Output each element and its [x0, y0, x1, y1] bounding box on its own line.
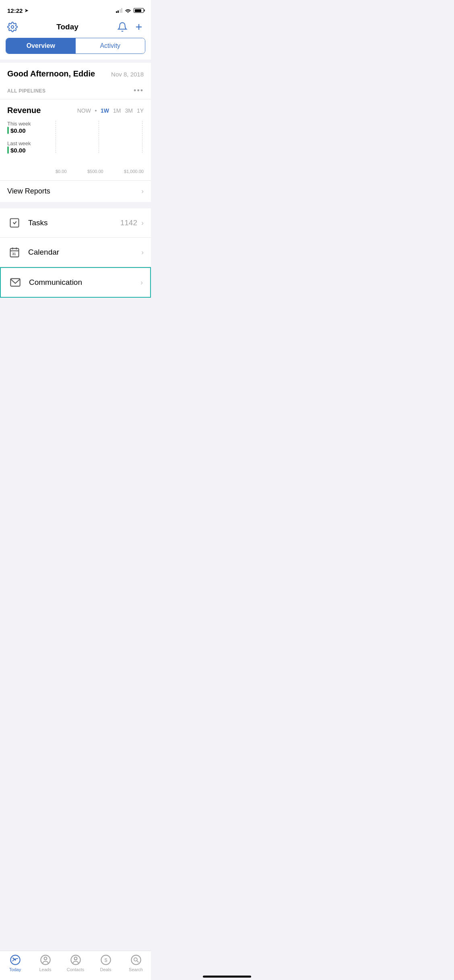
chart-legend: This week $0.00 Last week $0.00	[7, 121, 56, 159]
filter-separator	[95, 110, 97, 111]
last-week-value: $0.00	[7, 146, 56, 154]
tasks-chevron: ›	[141, 219, 144, 227]
date-text: Nov 8, 2018	[111, 71, 144, 78]
tab-overview[interactable]: Overview	[6, 38, 76, 54]
x-label-1: $500.00	[87, 169, 103, 174]
communication-item[interactable]: Communication ›	[0, 267, 151, 298]
header: Today	[0, 18, 151, 38]
section-divider-2	[0, 202, 151, 208]
communication-icon	[8, 275, 23, 290]
x-label-0: $0.00	[56, 169, 67, 174]
notifications-button[interactable]	[117, 22, 128, 32]
view-reports-chevron: ›	[141, 187, 144, 196]
gear-icon	[7, 22, 18, 32]
communication-chevron: ›	[140, 278, 143, 287]
view-reports-label: View Reports	[7, 187, 50, 196]
bottom-spacer	[0, 298, 151, 334]
communication-label: Communication	[29, 278, 82, 287]
filter-3m[interactable]: 3M	[125, 107, 132, 114]
last-week-label: Last week	[7, 140, 56, 146]
revenue-title: Revenue	[7, 106, 41, 115]
status-time: 12:22 ➤	[7, 7, 28, 14]
status-bar: 12:22 ➤	[0, 0, 151, 18]
settings-button[interactable]	[7, 22, 18, 32]
section-divider-1	[0, 60, 151, 63]
filter-1w[interactable]: 1W	[101, 107, 109, 114]
this-week-label: This week	[7, 121, 56, 127]
this-week-value: $0.00	[7, 127, 56, 134]
header-actions	[117, 22, 144, 32]
tasks-count: 1142	[120, 218, 137, 227]
tasks-item[interactable]: Tasks 1142 ›	[0, 208, 151, 238]
tabs-container: Overview Activity	[0, 38, 151, 60]
wifi-icon	[125, 8, 131, 13]
pipelines-label: ALL PIPELINES	[7, 88, 46, 94]
greeting-section: Good Afternoon, Eddie Nov 8, 2018	[0, 63, 151, 82]
calendar-label: Calendar	[28, 248, 59, 257]
signal-icon	[116, 8, 123, 13]
x-label-2: $1,000.00	[124, 169, 144, 174]
tasks-icon	[7, 216, 22, 230]
greeting-text: Good Afternoon, Eddie	[7, 69, 95, 78]
svg-text:31: 31	[12, 252, 16, 256]
svg-point-0	[11, 26, 14, 29]
filter-now[interactable]: NOW	[77, 107, 91, 114]
filter-1y[interactable]: 1Y	[137, 107, 144, 114]
battery-icon	[134, 8, 144, 13]
page-title: Today	[56, 23, 78, 31]
revenue-chart: This week $0.00 Last week $0.00	[7, 121, 144, 169]
last-week-bar-indicator	[7, 146, 9, 154]
this-week-bar-indicator	[7, 127, 9, 134]
tab-activity[interactable]: Activity	[76, 38, 145, 54]
more-options-button[interactable]: •••	[134, 86, 144, 95]
location-icon: ➤	[25, 8, 28, 13]
status-icons	[116, 8, 144, 13]
calendar-chevron: ›	[141, 248, 144, 257]
add-button[interactable]	[134, 22, 144, 32]
tasks-label: Tasks	[28, 218, 48, 227]
plus-icon	[134, 22, 144, 32]
svg-rect-3	[10, 219, 19, 227]
calendar-item[interactable]: 31 Calendar ›	[0, 238, 151, 267]
tabs: Overview Activity	[6, 38, 145, 54]
revenue-filters: NOW 1W 1M 3M 1Y	[77, 107, 144, 114]
view-reports-button[interactable]: View Reports ›	[0, 180, 151, 202]
calendar-icon: 31	[7, 245, 22, 259]
pipelines-row[interactable]: ALL PIPELINES •••	[0, 82, 151, 99]
revenue-section: Revenue NOW 1W 1M 3M 1Y This week $0.00 …	[0, 99, 151, 180]
bell-icon	[117, 22, 128, 32]
filter-1m[interactable]: 1M	[113, 107, 121, 114]
svg-rect-9	[10, 279, 20, 286]
